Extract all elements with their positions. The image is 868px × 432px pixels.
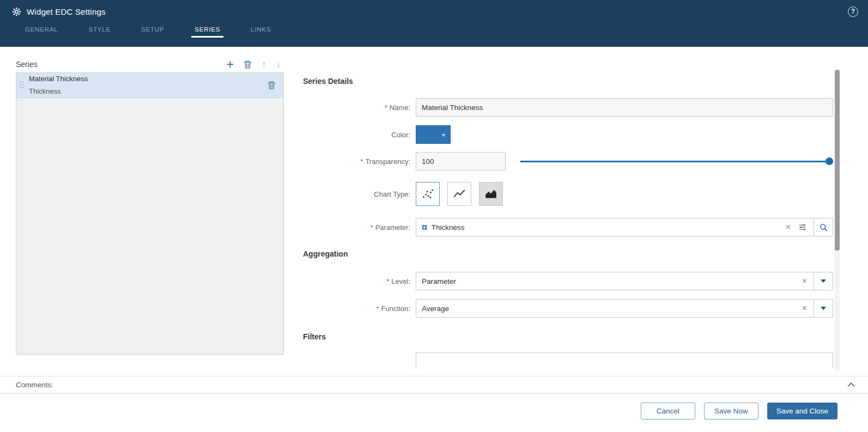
parameter-alpha-icon: α: [422, 222, 427, 232]
function-dropdown-button[interactable]: [814, 299, 833, 318]
widget-edc-settings-dialog: Widget EDC Settings ? GENERAL STYLE SETU…: [0, 0, 868, 432]
settings-gear-icon: [12, 7, 21, 16]
collapse-comments-button[interactable]: [845, 380, 857, 390]
level-dropdown[interactable]: Parameter ×: [416, 272, 833, 290]
series-item-text: Material Thickness Thickness: [29, 73, 88, 98]
dialog-title: Widget EDC Settings: [27, 7, 106, 16]
move-series-up-button[interactable]: ↑: [262, 60, 266, 69]
required-marker: *: [376, 305, 379, 313]
series-toolbar: + ↑ ↓: [227, 58, 284, 71]
color-label: Color:: [303, 131, 410, 139]
add-series-button[interactable]: +: [227, 58, 234, 71]
tab-style[interactable]: STYLE: [86, 23, 114, 38]
save-now-button[interactable]: Save Now: [704, 403, 758, 419]
scatter-chart-icon: [421, 187, 435, 201]
dropdown-caret-icon: [821, 279, 826, 283]
save-and-close-button[interactable]: Save and Close: [767, 403, 837, 419]
level-row: *Level: Parameter ×: [303, 272, 833, 290]
color-row: Color:: [303, 125, 833, 144]
delete-series-item-button[interactable]: [266, 80, 277, 91]
parameter-field[interactable]: α Thickness ×: [416, 218, 833, 236]
comments-bar: Comments:: [0, 376, 868, 394]
clear-parameter-icon[interactable]: ×: [786, 223, 791, 232]
form-scrollbar[interactable]: [835, 70, 840, 370]
level-dropdown-button[interactable]: [814, 272, 833, 290]
help-icon[interactable]: ?: [848, 7, 858, 17]
aggregation-heading: Aggregation: [303, 250, 348, 258]
delete-series-button[interactable]: [244, 60, 252, 69]
slider-track: [520, 161, 829, 162]
dialog-title-bar: Widget EDC Settings ?: [0, 0, 868, 23]
function-value: Average: [422, 305, 449, 313]
chart-type-area-button[interactable]: [479, 182, 503, 206]
chevron-down-icon: [441, 134, 446, 137]
form-scrollbar-thumb[interactable]: [835, 70, 840, 251]
series-details-form: Series Details *Name: Color: *Transparen…: [303, 70, 833, 368]
name-input[interactable]: [416, 98, 833, 117]
transparency-input[interactable]: [416, 152, 506, 171]
dropdown-caret-icon: [821, 307, 826, 310]
trash-icon: [244, 60, 252, 69]
drag-handle-icon[interactable]: [20, 82, 25, 89]
transparency-slider[interactable]: [520, 157, 833, 166]
filters-heading: Filters: [303, 332, 326, 341]
line-chart-icon: [452, 187, 466, 201]
level-value: Parameter: [422, 277, 456, 285]
area-chart-icon: [484, 187, 498, 201]
required-marker: *: [385, 104, 387, 112]
dialog-header: Widget EDC Settings ? GENERAL STYLE SETU…: [0, 0, 868, 47]
chart-type-line-button[interactable]: [447, 182, 471, 206]
transparency-slider-thumb[interactable]: [825, 157, 833, 165]
chart-type-scatter-button[interactable]: [416, 182, 440, 206]
transparency-label: *Transparency:: [303, 157, 410, 166]
search-icon: [819, 223, 828, 232]
required-marker: *: [371, 223, 373, 232]
function-label: *Function:: [303, 305, 410, 313]
level-label: *Level:: [303, 277, 410, 285]
color-swatch[interactable]: [416, 125, 451, 144]
series-list: Material Thickness Thickness: [16, 72, 284, 355]
function-dropdown[interactable]: Average ×: [416, 299, 833, 318]
clear-function-icon[interactable]: ×: [802, 304, 807, 313]
chart-type-label: Chart Type:: [303, 190, 410, 198]
settings-tabs: GENERAL STYLE SETUP SERIES LINKS: [0, 23, 868, 38]
series-details-heading: Series Details: [303, 77, 353, 86]
clear-level-icon[interactable]: ×: [802, 277, 807, 285]
chevron-up-icon: [847, 382, 855, 387]
tab-setup[interactable]: SETUP: [138, 23, 167, 38]
series-panel-title: Series: [16, 60, 38, 69]
trash-icon: [268, 81, 276, 90]
parameter-search-button[interactable]: [814, 218, 833, 236]
transparency-row: *Transparency:: [303, 152, 833, 171]
filter-options-icon[interactable]: [798, 223, 807, 232]
required-marker: *: [386, 277, 389, 285]
tab-links[interactable]: LINKS: [247, 23, 274, 38]
series-panel-header: Series + ↑ ↓: [16, 56, 284, 72]
parameter-value: Thickness: [432, 223, 465, 232]
move-series-down-button[interactable]: ↓: [276, 60, 281, 69]
tab-general[interactable]: GENERAL: [22, 23, 62, 38]
parameter-row: *Parameter: α Thickness ×: [303, 218, 833, 236]
cancel-button[interactable]: Cancel: [641, 403, 695, 419]
filters-field[interactable]: [416, 352, 833, 368]
name-row: *Name:: [303, 98, 833, 117]
name-label: *Name:: [303, 104, 410, 112]
comments-label: Comments:: [16, 381, 53, 389]
function-row: *Function: Average ×: [303, 299, 833, 318]
series-panel: Series + ↑ ↓ Material Thickness: [16, 56, 284, 355]
series-item-name: Material Thickness: [29, 73, 88, 86]
dialog-footer: Cancel Save Now Save and Close: [641, 403, 837, 419]
parameter-label: *Parameter:: [303, 223, 410, 232]
required-marker: *: [360, 157, 363, 166]
chart-type-row: Chart Type:: [303, 182, 833, 206]
series-list-item[interactable]: Material Thickness Thickness: [16, 73, 283, 98]
tab-series[interactable]: SERIES: [191, 23, 223, 38]
series-item-parameter: Thickness: [29, 86, 88, 98]
